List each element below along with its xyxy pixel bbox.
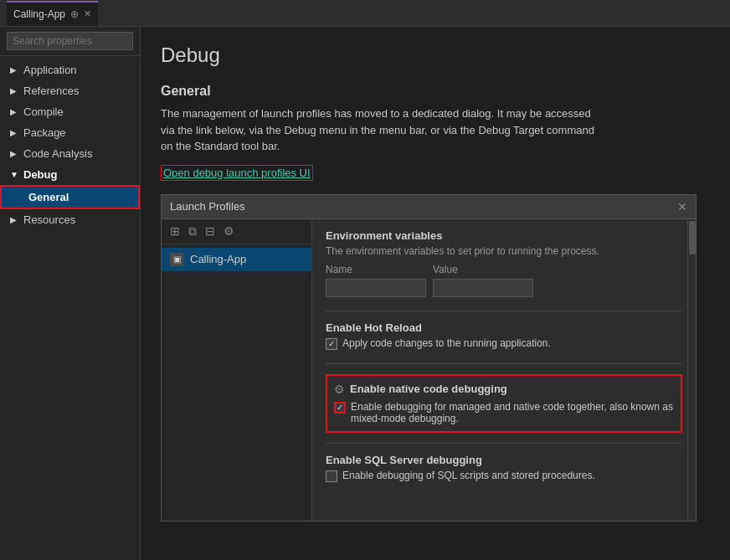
sidebar-item-code-analysis[interactable]: ▶ Code Analysis [0, 143, 140, 164]
sidebar-item-label: Code Analysis [23, 147, 92, 160]
tab[interactable]: Calling-App ⊕ ✕ [7, 1, 98, 26]
sidebar-item-label: Compile [23, 105, 64, 118]
native-debug-checkbox[interactable] [334, 402, 346, 414]
profile-icon: ▣ [170, 253, 183, 266]
sidebar-item-label: Resources [23, 213, 75, 226]
hot-reload-label: Enable Hot Reload [326, 321, 682, 334]
sidebar: ▶ Application ▶ References ▶ Compile ▶ P… [0, 27, 141, 560]
sidebar-item-compile[interactable]: ▶ Compile [0, 101, 140, 122]
chevron-down-icon: ▼ [10, 170, 18, 179]
native-debug-header-row: ⚙ Enable native code debugging [334, 383, 674, 396]
content-area: Debug General The management of launch p… [141, 27, 730, 560]
divider3 [326, 443, 682, 444]
hot-reload-checkbox-label: Apply code changes to the running applic… [342, 337, 551, 349]
chevron-icon: ▶ [10, 86, 18, 95]
chevron-icon: ▶ [10, 128, 18, 137]
dialog-sidebar: ⊞ ⧉ ⊟ ⚙ ▣ Calling-App [162, 219, 312, 521]
chevron-icon: ▶ [10, 215, 18, 224]
profile-list: ▣ Calling-App [162, 244, 311, 521]
sidebar-item-label: Package [23, 126, 66, 139]
search-box [0, 27, 140, 56]
sidebar-item-debug[interactable]: ▼ Debug [0, 164, 140, 185]
hot-reload-section: Enable Hot Reload Apply code changes to … [326, 321, 682, 350]
env-vars-desc: The environment variables to set prior t… [326, 245, 682, 257]
profile-item[interactable]: ▣ Calling-App [162, 248, 311, 271]
page-title: Debug [161, 44, 710, 67]
profile-label: Calling-App [190, 253, 246, 265]
dialog-body: ⊞ ⧉ ⊟ ⚙ ▣ Calling-App [162, 219, 696, 521]
sql-debug-label: Enable SQL Server debugging [326, 454, 682, 466]
general-section: General The management of launch profile… [161, 84, 710, 181]
open-debug-profiles-link[interactable]: Open debug launch profiles UI [161, 165, 313, 181]
main-layout: ▶ Application ▶ References ▶ Compile ▶ P… [0, 27, 730, 560]
gear-icon: ⚙ [334, 383, 345, 396]
sidebar-item-resources[interactable]: ▶ Resources [0, 209, 140, 230]
scrollbar-thumb[interactable] [689, 221, 696, 254]
col-value-header: Value [433, 264, 533, 275]
native-debug-checkbox-row: Enable debugging for managed and native … [334, 401, 674, 424]
sidebar-subitem-general[interactable]: General [0, 185, 140, 209]
chevron-icon: ▶ [10, 65, 18, 74]
native-debug-label: Enable native code debugging [350, 383, 507, 395]
sql-debug-checkbox-row: Enable debugging of SQL scripts and stor… [326, 470, 682, 482]
sidebar-item-label: Application [23, 64, 77, 76]
tab-label: Calling-App [13, 8, 65, 20]
sidebar-item-label: References [23, 85, 79, 97]
dialog-title: Launch Profiles [170, 200, 245, 213]
section-title: General [161, 84, 710, 99]
hot-reload-checkbox-row: Apply code changes to the running applic… [326, 337, 682, 350]
dialog-title-bar: Launch Profiles ✕ [162, 195, 696, 219]
hot-reload-checkbox[interactable] [326, 338, 337, 350]
dialog-content: Environment variables The environment va… [312, 219, 696, 521]
general-description: The management of launch profiles has mo… [161, 105, 596, 155]
dialog-scrollbar[interactable] [687, 219, 696, 521]
sql-debug-checkbox[interactable] [326, 470, 337, 482]
sidebar-subitem-label: General [28, 191, 69, 203]
sidebar-item-references[interactable]: ▶ References [0, 80, 140, 101]
env-vars-section: Environment variables The environment va… [326, 229, 682, 297]
native-debug-checkbox-label: Enable debugging for managed and native … [351, 401, 674, 424]
env-input-row [326, 279, 682, 297]
env-table-header: Name Value [326, 264, 682, 275]
divider [326, 311, 682, 311]
sidebar-item-application[interactable]: ▶ Application [0, 59, 140, 80]
divider2 [326, 363, 682, 364]
tab-close-icon[interactable]: ✕ [84, 8, 91, 19]
env-vars-label: Environment variables [326, 229, 682, 242]
toolbar-add-button[interactable]: ⊞ [167, 223, 183, 240]
search-input[interactable] [7, 32, 133, 50]
toolbar-settings-button[interactable]: ⚙ [220, 223, 238, 240]
toolbar-remove-button[interactable]: ⊟ [202, 223, 218, 240]
launch-profiles-dialog: Launch Profiles ✕ ⊞ ⧉ ⊟ ⚙ ▣ Calling-A [161, 194, 697, 521]
env-value-input[interactable] [433, 279, 533, 297]
dialog-close-button[interactable]: ✕ [677, 200, 687, 213]
toolbar-copy-button[interactable]: ⧉ [185, 223, 200, 240]
sidebar-item-label: Debug [23, 168, 57, 181]
sql-debug-section: Enable SQL Server debugging Enable debug… [326, 454, 682, 482]
chevron-icon: ▶ [10, 149, 18, 158]
native-debug-section: ⚙ Enable native code debugging Enable de… [326, 374, 682, 433]
dialog-toolbar: ⊞ ⧉ ⊟ ⚙ [162, 219, 311, 244]
col-name-header: Name [326, 264, 426, 275]
env-name-input[interactable] [326, 279, 426, 297]
title-bar: Calling-App ⊕ ✕ [0, 0, 730, 27]
sidebar-item-package[interactable]: ▶ Package [0, 122, 140, 143]
chevron-icon: ▶ [10, 107, 18, 116]
nav-items: ▶ Application ▶ References ▶ Compile ▶ P… [0, 56, 140, 560]
sql-debug-checkbox-label: Enable debugging of SQL scripts and stor… [342, 470, 595, 481]
tab-pin-icon[interactable]: ⊕ [70, 8, 79, 20]
